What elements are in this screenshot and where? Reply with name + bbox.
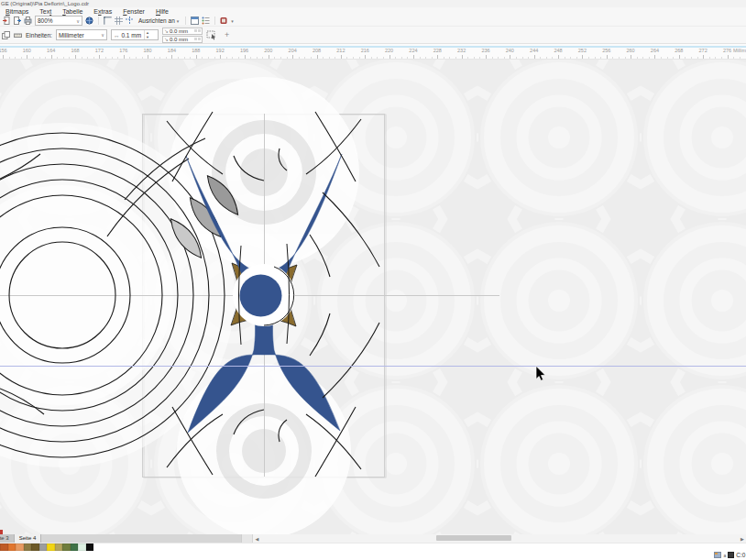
ruler-tick <box>365 55 366 59</box>
scrollbar-thumb[interactable] <box>436 535 511 541</box>
ruler-tick <box>728 55 729 59</box>
ruler-tick <box>171 55 172 59</box>
spinner-down-icon[interactable]: ▼ <box>145 35 150 39</box>
ruler-tick <box>341 55 342 59</box>
chevron-down-icon: ▾ <box>177 18 180 24</box>
palette-swatch[interactable] <box>16 544 24 551</box>
export-icon[interactable] <box>13 16 21 25</box>
palette-swatch[interactable] <box>24 544 32 551</box>
menu-item-bitmaps[interactable]: Bitmaps <box>0 7 34 16</box>
print-icon[interactable] <box>24 16 32 25</box>
palette-swatch[interactable] <box>8 544 16 551</box>
duplicate-distance-fields: ↘ 0.0 mm ↘ 0.0 mm <box>162 27 203 43</box>
treat-as-filled-icon[interactable] <box>206 29 217 40</box>
ruler-minor-tick <box>637 57 638 59</box>
fill-color-values: C:0 M:0 <box>736 552 746 558</box>
ruler-number: 188 <box>192 48 200 53</box>
ruler-number: 212 <box>336 48 345 53</box>
ruler-number: 180 <box>144 48 152 53</box>
center-ring[interactable] <box>233 264 295 326</box>
ruler-minor-tick <box>129 57 130 59</box>
ruler-number: 200 <box>264 48 272 53</box>
ruler-minor-tick <box>238 57 239 59</box>
ruler-minor-tick <box>383 57 384 59</box>
zoom-level-combobox[interactable]: 800% ∨ <box>35 16 82 26</box>
menu-item-fenster[interactable]: Fenster <box>117 7 150 16</box>
menu-item-hilfe[interactable]: Hilfe <box>150 7 174 16</box>
ruler-minor-tick <box>377 57 378 59</box>
object-list-icon[interactable] <box>202 16 210 25</box>
ruler-minor-tick <box>226 57 227 59</box>
spinner-arrows[interactable]: ▲▼ <box>144 30 150 39</box>
palette-swatch[interactable] <box>86 544 94 551</box>
ruler-number: 216 <box>361 48 369 53</box>
palette-swatch[interactable] <box>71 544 79 551</box>
measure-icon[interactable] <box>14 31 22 39</box>
menu-item-tabelle[interactable]: Tabelle <box>57 7 88 16</box>
full-screen-preview-icon[interactable] <box>85 16 93 25</box>
page-tab-seite-4[interactable]: Seite 4 <box>15 534 42 543</box>
ruler-tick <box>75 55 76 59</box>
application-launcher-icon[interactable] <box>220 16 228 25</box>
horizontal-scrollbar[interactable]: ◀ ▶ <box>241 534 746 543</box>
ruler-minor-tick <box>540 57 541 59</box>
palette-swatch[interactable] <box>47 544 55 551</box>
ruler-minor-tick <box>335 57 335 59</box>
scroll-left-icon[interactable]: ◀ <box>253 534 260 543</box>
show-grid-icon[interactable] <box>115 16 123 25</box>
ruler-minor-tick <box>444 57 444 59</box>
ruler-tick <box>269 55 269 59</box>
toolbar-separator <box>214 16 215 25</box>
ruler-minor-tick <box>329 57 330 59</box>
units-combobox[interactable]: Millimeter ∨ <box>56 29 107 40</box>
scrollbar-splitter[interactable] <box>242 534 253 543</box>
ruler-minor-tick <box>304 57 305 59</box>
ruler-number: 228 <box>433 48 442 53</box>
ruler-tick <box>413 55 414 59</box>
ruler-minor-tick <box>232 57 233 59</box>
ruler-tick <box>703 55 704 59</box>
palette-swatch[interactable] <box>31 544 39 551</box>
palette-swatch[interactable] <box>78 544 86 551</box>
palette-swatch[interactable] <box>55 544 63 551</box>
ruler-number: 252 <box>578 48 587 53</box>
page-tab-seite-3[interactable]: Seite 3 <box>0 534 15 543</box>
ruler-minor-tick <box>709 57 710 59</box>
show-rulers-icon[interactable] <box>104 16 112 25</box>
drawing-canvas[interactable] <box>0 60 746 534</box>
duplicate-x-field[interactable]: ↘ 0.0 mm <box>162 27 203 35</box>
ruler-number: 260 <box>627 48 635 53</box>
import-icon[interactable] <box>2 16 10 25</box>
nudge-distance-spinner[interactable]: ↔ 0.1 mm ▲▼ <box>111 29 159 40</box>
ruler-minor-tick <box>262 57 263 59</box>
duplicate-icon[interactable] <box>2 31 10 39</box>
nudge-value: 0.1 mm <box>121 32 141 38</box>
ruler-number: 220 <box>385 48 393 53</box>
mini-buttons[interactable] <box>194 29 201 32</box>
menu-item-text[interactable]: Text <box>34 7 57 16</box>
fill-status: a C:0 M:0 <box>714 552 746 558</box>
palette-swatch[interactable] <box>0 544 8 551</box>
toolbar-separator <box>185 16 186 25</box>
ruler-number: 208 <box>313 48 321 53</box>
snap-to-button[interactable]: Ausrichten an ▾ <box>137 17 181 24</box>
palette-swatch[interactable] <box>62 544 71 551</box>
scroll-right-icon[interactable]: ▶ <box>739 534 746 543</box>
chevron-down-icon[interactable]: ▾ <box>231 18 234 24</box>
ruler-minor-tick <box>136 57 137 59</box>
mini-buttons[interactable] <box>194 38 201 40</box>
ruler-minor-tick <box>184 57 185 59</box>
add-button[interactable]: + <box>225 30 229 39</box>
duplicate-y-field[interactable]: ↘ 0.0 mm <box>162 36 203 43</box>
options-dialog-icon[interactable] <box>191 16 199 25</box>
show-guidelines-icon[interactable] <box>126 16 134 25</box>
ruler-minor-tick <box>69 57 70 59</box>
menu-item-extras[interactable]: Extras <box>88 7 117 16</box>
ruler-minor-tick <box>274 57 275 59</box>
palette-swatch[interactable] <box>39 544 48 551</box>
horizontal-ruler[interactable]: Millim 156160164168172176180184188192196… <box>0 44 746 60</box>
ruler-minor-tick <box>642 57 643 59</box>
ruler-tick <box>220 55 221 59</box>
scrollbar-track[interactable] <box>260 534 739 543</box>
zoom-level-value: 800% <box>38 17 53 24</box>
